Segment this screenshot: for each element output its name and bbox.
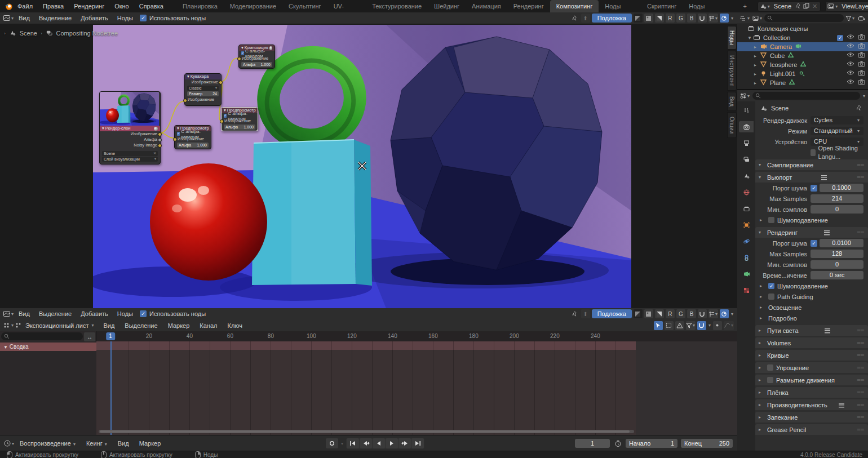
scene-selector[interactable]: ▾ Scene ✕ <box>758 1 821 12</box>
toggle-checkbox[interactable] <box>768 294 774 300</box>
drag-handle-icon[interactable]: ══ <box>857 427 865 432</box>
compositor-menu-Вид[interactable]: Вид <box>14 12 34 24</box>
workspace-tab[interactable]: Ноды геометрии <box>599 0 641 12</box>
mode-dropdown[interactable]: Стандартный▾ <box>811 127 863 135</box>
overlays-icon[interactable] <box>720 14 729 23</box>
dopesheet-menu-Ключ[interactable]: Ключ <box>222 319 247 332</box>
properties-tab-view-layer-icon[interactable] <box>739 154 754 165</box>
sidebar-tab-Вид[interactable]: Вид <box>727 92 737 111</box>
drag-handle-icon[interactable]: ══ <box>857 340 865 345</box>
proportional-edit-icon[interactable] <box>713 321 722 330</box>
summary-channel[interactable]: ▼ Сводка <box>0 343 100 351</box>
node-kuwahara[interactable]: ▾Кувахара Изображение Classic▾ Размер24 … <box>184 73 222 106</box>
hide-in-viewport-icon[interactable] <box>847 61 854 69</box>
disable-in-renders-icon[interactable] <box>858 79 866 87</box>
use-alpha-checkbox[interactable]: ✓С альфа-каналом <box>222 113 258 118</box>
prop-value-field[interactable]: 0 sec <box>811 271 863 279</box>
workspace-tab[interactable]: Скриптинг <box>641 0 683 12</box>
panel-header-Производительность[interactable]: ▸Производительность══ <box>755 399 868 410</box>
properties-tab-collection-props-icon[interactable] <box>739 203 754 214</box>
show-hidden-icon[interactable] <box>665 321 674 330</box>
channel-button-R[interactable]: R <box>666 309 675 318</box>
view-menu[interactable]: Вид <box>113 437 134 450</box>
current-frame-indicator[interactable]: 1 <box>106 332 115 340</box>
use-nodes-checkbox[interactable]: ✓Использовать ноды <box>140 310 206 317</box>
disable-in-renders-icon[interactable] <box>858 70 866 78</box>
properties-tab-tool-icon[interactable] <box>739 105 754 116</box>
compositor-editor-icon[interactable]: ▾ <box>3 309 14 318</box>
node-render-layers[interactable]: ▾Рендер-слои Изображение Альфа Noisy Ima… <box>99 91 161 164</box>
channel-search-input[interactable] <box>1 332 83 340</box>
drag-handle-icon[interactable]: ══ <box>857 390 865 395</box>
compositor-canvas[interactable]: › Scene › Compositing Nodetree ▾Рендер-с… <box>0 24 737 309</box>
sidebar-tab-Инструмент[interactable]: Инструмент <box>727 51 737 91</box>
backdrop-color-alpha-icon[interactable] <box>634 309 643 318</box>
drag-handle-icon[interactable]: ══ <box>857 415 865 420</box>
compositor-menu-Ноды[interactable]: Ноды <box>113 12 138 24</box>
dopesheet-mode-icon[interactable] <box>14 321 23 330</box>
horizontal-scrollbar[interactable] <box>99 430 634 433</box>
disable-in-renders-icon[interactable] <box>858 61 866 69</box>
channel-button-G[interactable]: G <box>676 14 685 23</box>
pin-icon[interactable] <box>570 14 579 23</box>
panel-header-Рендеринг[interactable]: ▾Рендеринг══ <box>755 227 868 238</box>
compositor-menu-Добавить[interactable]: Добавить <box>76 12 113 24</box>
overlays-icon[interactable] <box>720 309 729 318</box>
jump-to-start-button[interactable] <box>347 438 359 448</box>
outliner-filter-icon[interactable]: ▾ <box>845 14 855 23</box>
channel-button-B[interactable]: B <box>687 309 696 318</box>
compositor-menu-Вид[interactable]: Вид <box>14 308 34 319</box>
outliner-row-camera[interactable]: ▸Camera <box>737 42 868 51</box>
panel-header-Grease Pencil[interactable]: ▸Grease Pencil══ <box>755 424 868 435</box>
dopesheet-menu-Вид[interactable]: Вид <box>98 319 119 332</box>
use-nodes-checkbox[interactable]: ✓Использовать ноды <box>140 15 206 21</box>
sidebar-tab-Опции[interactable]: Опции <box>727 112 737 138</box>
workspace-tab[interactable]: Планировка <box>176 0 224 12</box>
prop-value-field[interactable]: 0.0100 <box>820 239 863 247</box>
current-frame-field[interactable]: 1 <box>575 439 610 448</box>
node-viewer-right[interactable]: ▾Предпросмотр ✓С альфа-каналом Изображен… <box>221 107 258 131</box>
workspace-tab[interactable]: Шейдинг <box>428 0 466 12</box>
panel-header-Вьюпорт[interactable]: ▾Вьюпорт══ <box>755 172 868 183</box>
copies-icon[interactable] <box>803 2 811 10</box>
snap-target-icon[interactable]: ▾ <box>708 14 718 23</box>
toggle-row-Шумоподавление[interactable]: ▸Шумоподавление <box>755 215 868 225</box>
compositor-menu-Добавить[interactable]: Добавить <box>76 308 113 319</box>
drag-handle-icon[interactable]: ══ <box>857 353 865 358</box>
jump-to-end-button[interactable] <box>411 438 424 448</box>
toggle-row-Шумоподавление[interactable]: ▸✓Шумоподавление <box>755 281 868 291</box>
properties-editor-icon[interactable]: ▾ <box>739 91 750 100</box>
backdrop-alpha-icon[interactable] <box>655 14 664 23</box>
properties-tab-render-icon[interactable] <box>739 121 754 132</box>
outliner-row-scene-collection[interactable]: Коллекция сцены <box>737 24 868 33</box>
properties-tab-constraints-icon[interactable] <box>739 252 754 263</box>
pin-icon[interactable] <box>856 104 863 112</box>
dopesheet-menu-Маркер[interactable]: Маркер <box>163 319 195 332</box>
properties-tab-object-icon[interactable] <box>739 219 754 230</box>
outliner-search-input[interactable] <box>764 14 844 22</box>
new-collection-icon[interactable] <box>857 14 866 23</box>
outliner-row-plane[interactable]: ▸Plane <box>737 78 868 87</box>
properties-breadcrumb-scene[interactable]: Scene <box>771 105 789 112</box>
channel-button-B[interactable]: B <box>687 14 696 23</box>
outliner-display-mode-icon[interactable]: ▾ <box>752 14 763 23</box>
hide-in-viewport-icon[interactable] <box>847 43 854 51</box>
dopesheet-mode-dropdown[interactable]: Экспозиционный лист <box>23 322 91 329</box>
dopesheet-grid[interactable] <box>96 341 737 435</box>
pin-icon[interactable] <box>795 2 803 10</box>
pin-icon[interactable] <box>570 309 579 318</box>
variation-dropdown[interactable]: Classic▾ <box>187 86 219 91</box>
panel-checkbox[interactable] <box>767 377 773 383</box>
drag-handle-icon[interactable]: ══ <box>857 377 865 383</box>
prev-keyframe-button[interactable] <box>360 438 372 448</box>
topbar-menu-Файл[interactable]: Файл <box>12 0 38 12</box>
compositor-menu-Выделение[interactable]: Выделение <box>34 12 76 24</box>
workspace-tab[interactable]: Скульптинг <box>282 0 327 12</box>
presets-icon[interactable] <box>825 328 831 334</box>
node-header[interactable]: ▾Рендер-слои <box>100 126 160 131</box>
hide-in-viewport-icon[interactable] <box>847 34 854 42</box>
playhead[interactable] <box>110 341 112 435</box>
use-alpha-checkbox[interactable]: ✓С альфа-каналом <box>239 51 274 56</box>
snapping-icon[interactable] <box>697 321 706 330</box>
dopesheet-menu-Канал[interactable]: Канал <box>194 319 222 332</box>
